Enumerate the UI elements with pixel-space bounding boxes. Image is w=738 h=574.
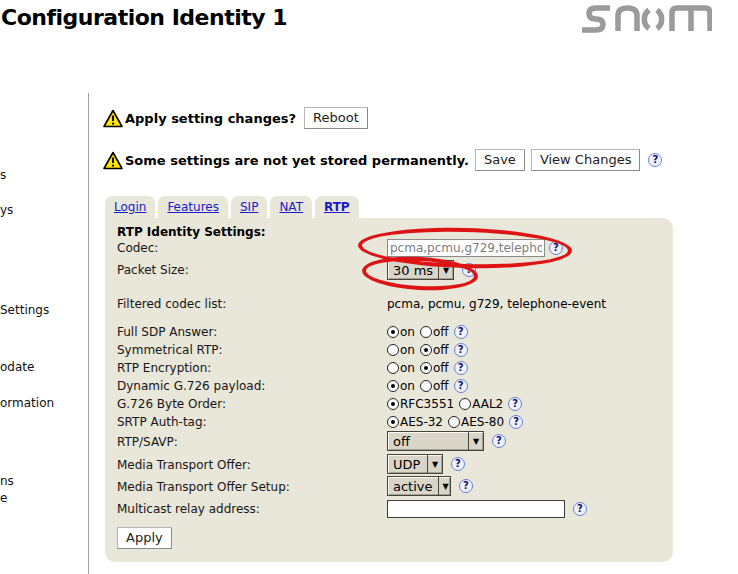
codec-label: Codec: bbox=[117, 241, 158, 255]
rtp-savp-select[interactable]: off ▼ bbox=[387, 431, 484, 451]
help-icon[interactable]: ? bbox=[492, 434, 506, 448]
symmetrical-rtp-label: Symmetrical RTP: bbox=[117, 343, 223, 357]
srtp-auth-tag-label: SRTP Auth-tag: bbox=[117, 415, 207, 429]
save-warning-row: Some settings are not yet stored permane… bbox=[103, 148, 662, 172]
sidebar-item-fragment[interactable]: s bbox=[0, 168, 6, 182]
radio-off[interactable] bbox=[420, 380, 432, 392]
help-icon[interactable]: ? bbox=[454, 379, 468, 393]
media-transport-offer-select[interactable]: UDP ▼ bbox=[387, 454, 443, 474]
radio-on-label: on bbox=[400, 361, 415, 375]
codec-input[interactable] bbox=[387, 239, 545, 257]
multicast-relay-address-input[interactable] bbox=[387, 500, 565, 518]
radio-aes32-label: AES-32 bbox=[400, 415, 443, 429]
g726-byte-order-label: G.726 Byte Order: bbox=[117, 397, 226, 411]
radio-rfc3551[interactable] bbox=[387, 398, 399, 410]
help-icon[interactable]: ? bbox=[454, 325, 468, 339]
rtp-encryption-label: RTP Encryption: bbox=[117, 361, 211, 375]
warning-icon bbox=[103, 151, 123, 170]
dropdown-arrow-icon[interactable]: ▼ bbox=[438, 261, 453, 279]
tab-rtp-link[interactable]: RTP bbox=[324, 200, 350, 214]
apply-button[interactable]: Apply bbox=[117, 527, 172, 549]
tab-nat[interactable]: NAT bbox=[270, 196, 312, 218]
help-icon[interactable]: ? bbox=[573, 502, 587, 516]
media-transport-offer-value: UDP bbox=[388, 455, 427, 473]
reboot-warning-text: Apply setting changes? bbox=[125, 111, 296, 126]
row-multicast-relay-address: Multicast relay address: ? bbox=[105, 499, 673, 519]
full-sdp-answer-label: Full SDP Answer: bbox=[117, 325, 217, 339]
radio-on[interactable] bbox=[387, 326, 399, 338]
view-changes-button[interactable]: View Changes bbox=[531, 149, 641, 171]
tab-sip-link[interactable]: SIP bbox=[240, 200, 258, 214]
media-transport-offer-setup-value: active bbox=[388, 477, 438, 495]
tab-login-link[interactable]: Login bbox=[114, 200, 146, 214]
packet-size-label: Packet Size: bbox=[117, 263, 189, 277]
radio-on[interactable] bbox=[387, 362, 399, 374]
radio-off-label: off bbox=[433, 325, 449, 339]
rtp-savp-label: RTP/SAVP: bbox=[117, 435, 178, 449]
snom-logo: snom bbox=[580, 4, 712, 34]
radio-off-label: off bbox=[433, 343, 449, 357]
help-icon[interactable]: ? bbox=[451, 457, 465, 471]
rtp-settings-panel: RTP Identity Settings: Codec: ? Packet S… bbox=[105, 218, 673, 562]
row-media-transport-offer-setup: Media Transport Offer Setup: active ▼ ? bbox=[105, 475, 673, 497]
row-media-transport-offer: Media Transport Offer: UDP ▼ ? bbox=[105, 453, 673, 475]
radio-off[interactable] bbox=[420, 344, 432, 356]
sidebar-item-fragment[interactable]: ormation bbox=[0, 396, 54, 410]
row-g726-byte-order: G.726 Byte Order: RFC3551 AAL2 ? bbox=[105, 394, 673, 414]
packet-size-select[interactable]: 30 ms ▼ bbox=[387, 260, 454, 280]
radio-off-label: off bbox=[433, 361, 449, 375]
reboot-button[interactable]: Reboot bbox=[304, 107, 368, 129]
dropdown-arrow-icon[interactable]: ▼ bbox=[427, 455, 442, 473]
save-warning-text: Some settings are not yet stored permane… bbox=[125, 153, 469, 168]
help-icon[interactable]: ? bbox=[508, 397, 522, 411]
radio-on-label: on bbox=[400, 325, 415, 339]
warning-icon bbox=[103, 109, 123, 128]
radio-aal2[interactable] bbox=[459, 398, 471, 410]
help-icon[interactable]: ? bbox=[549, 241, 563, 255]
help-icon[interactable]: ? bbox=[462, 263, 476, 277]
help-icon[interactable]: ? bbox=[459, 479, 473, 493]
tab-nat-link[interactable]: NAT bbox=[279, 200, 303, 214]
filtered-codec-list-label: Filtered codec list: bbox=[117, 297, 226, 311]
sidebar-item-fragment[interactable]: ys bbox=[0, 203, 13, 217]
tab-sip[interactable]: SIP bbox=[231, 196, 267, 218]
sidebar-item-fragment[interactable]: Settings bbox=[0, 303, 49, 317]
dynamic-g726-payload-label: Dynamic G.726 payload: bbox=[117, 379, 265, 393]
packet-size-value: 30 ms bbox=[388, 261, 438, 279]
tab-login[interactable]: Login bbox=[105, 196, 155, 218]
dropdown-arrow-icon[interactable]: ▼ bbox=[468, 432, 483, 450]
help-icon[interactable]: ? bbox=[454, 343, 468, 357]
help-icon[interactable]: ? bbox=[509, 415, 523, 429]
filtered-codec-list-value: pcma, pcmu, g729, telephone-event bbox=[387, 297, 606, 311]
radio-on-label: on bbox=[400, 343, 415, 357]
radio-aal2-label: AAL2 bbox=[472, 397, 503, 411]
reboot-warning-row: Apply setting changes? Reboot bbox=[103, 106, 368, 130]
help-icon[interactable]: ? bbox=[648, 153, 662, 167]
panel-heading: RTP Identity Settings: bbox=[117, 225, 266, 239]
dropdown-arrow-icon[interactable]: ▼ bbox=[438, 477, 453, 495]
sidebar-item-fragment[interactable]: odate bbox=[0, 360, 34, 374]
row-full-sdp-answer: Full SDP Answer: on off ? bbox=[105, 322, 673, 342]
radio-on[interactable] bbox=[387, 344, 399, 356]
radio-aes80-label: AES-80 bbox=[461, 415, 504, 429]
tab-features[interactable]: Features bbox=[158, 196, 228, 218]
sidebar-item-fragment[interactable]: ns bbox=[0, 474, 14, 488]
radio-aes32[interactable] bbox=[387, 416, 399, 428]
radio-off[interactable] bbox=[420, 326, 432, 338]
help-icon[interactable]: ? bbox=[454, 361, 468, 375]
radio-aes80[interactable] bbox=[448, 416, 460, 428]
sidebar-item-fragment[interactable]: e bbox=[0, 491, 7, 505]
radio-off[interactable] bbox=[420, 362, 432, 374]
tab-rtp[interactable]: RTP bbox=[315, 196, 359, 218]
page-title: Configuration Identity 1 bbox=[1, 5, 287, 30]
save-button[interactable]: Save bbox=[475, 149, 525, 171]
media-transport-offer-setup-select[interactable]: active ▼ bbox=[387, 476, 451, 496]
tab-features-link[interactable]: Features bbox=[167, 200, 219, 214]
row-symmetrical-rtp: Symmetrical RTP: on off ? bbox=[105, 340, 673, 360]
row-rtp-encryption: RTP Encryption: on off ? bbox=[105, 358, 673, 378]
media-transport-offer-setup-label: Media Transport Offer Setup: bbox=[117, 480, 290, 494]
radio-on[interactable] bbox=[387, 380, 399, 392]
multicast-relay-address-label: Multicast relay address: bbox=[117, 502, 260, 516]
snom-config-page: Configuration Identity 1 snom s ys Setti… bbox=[0, 0, 738, 574]
radio-off-label: off bbox=[433, 379, 449, 393]
